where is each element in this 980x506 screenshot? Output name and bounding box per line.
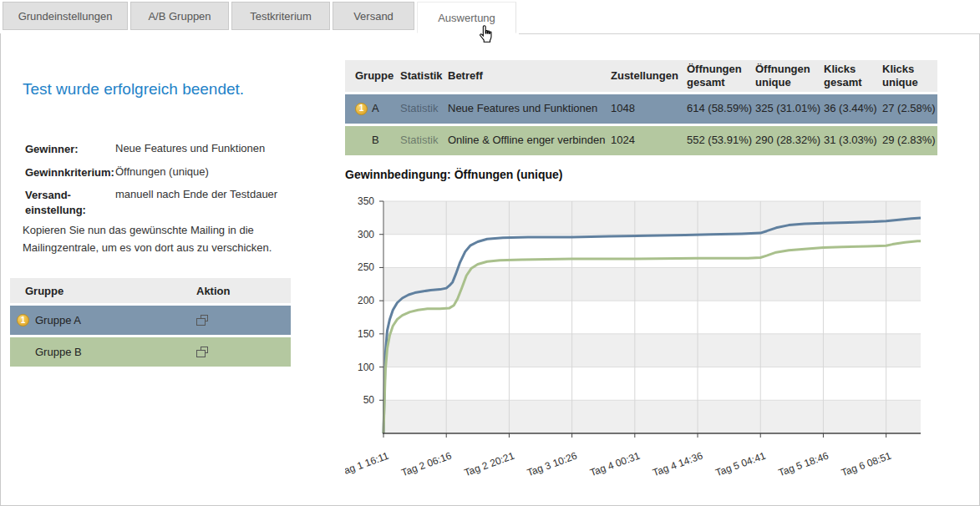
tab-label: Testkriterium: [250, 10, 312, 23]
row-b-zustellungen: 1024: [601, 134, 683, 147]
group-b-name: Gruppe B: [35, 346, 82, 358]
header-oeffnungen-unique: Öffnungen unique: [751, 63, 820, 90]
svg-text:Tag 4 14:36: Tag 4 14:36: [651, 450, 704, 479]
winner-medal-icon: 1: [355, 103, 368, 115]
ab-results-table: Gruppe Statistik Betreff Zustellungen Öf…: [345, 60, 937, 155]
criterion-value: Öffnungen (unique): [115, 165, 304, 180]
svg-text:Tag 1 16:11: Tag 1 16:11: [345, 450, 390, 478]
svg-text:150: 150: [358, 328, 374, 340]
copy-icon[interactable]: [196, 315, 208, 326]
criterion-field: Gewinnkriterium: Öffnungen (unique): [25, 165, 304, 180]
dispatch-value: manuell nach Ende der Testdauer: [115, 188, 304, 218]
results-row-b[interactable]: B Statistik Online & Offline enger verbi…: [345, 126, 937, 155]
row-a-klicks-unique: 27 (2.58%): [878, 102, 937, 115]
row-b-klicks-unique: 29 (2.83%): [878, 134, 937, 147]
header-gruppe: Gruppe: [345, 69, 388, 83]
tab-ab-gruppen[interactable]: A/B Gruppen: [130, 2, 229, 30]
header-betreff: Betreff: [437, 69, 601, 83]
winner-value: Neue Features und Funktionen: [115, 142, 304, 157]
row-b-gruppe-cell: B: [345, 134, 388, 147]
header-statistik: Statistik: [388, 69, 437, 83]
row-a-statistik-link[interactable]: Statistik: [388, 102, 437, 115]
group-b-row[interactable]: Gruppe B: [10, 337, 291, 367]
row-a-oeffnungen-gesamt: 614 (58.59%): [683, 102, 751, 115]
tab-label: Grundeinstellungen: [18, 10, 113, 23]
winner-criterion-chart: 50100150200250300350Tag 1 16:11Tag 2 06:…: [345, 195, 937, 487]
row-b-statistik-link[interactable]: Statistik: [388, 134, 437, 147]
row-b-oeffnungen-unique: 290 (28.32%): [751, 134, 820, 147]
results-row-a[interactable]: 1 A Statistik Neue Features und Funktion…: [345, 94, 937, 124]
tab-label: Versand: [353, 10, 394, 23]
tab-label: Auswertung: [438, 12, 495, 24]
svg-text:Tag 4 00:31: Tag 4 00:31: [588, 450, 642, 479]
row-b-betreff: Online & Offline enger verbinden: [437, 134, 601, 147]
test-status-heading: Test wurde erfolgreich beendet.: [23, 80, 244, 99]
tab-testkriterium[interactable]: Testkriterium: [231, 2, 330, 30]
row-b-group-letter: B: [372, 134, 379, 147]
tab-grundeinstellungen[interactable]: Grundeinstellungen: [3, 2, 128, 30]
svg-text:300: 300: [358, 229, 374, 240]
group-a-name: Gruppe A: [35, 314, 81, 326]
copy-instruction-note: Kopieren Sie nun das gewünschte Mailing …: [23, 222, 300, 257]
header-zustellungen: Zustellungen: [601, 69, 683, 83]
winner-field: Gewinner: Neue Features und Funktionen: [25, 142, 304, 157]
groups-table-header: Gruppe Aktion: [10, 278, 291, 303]
group-a-action-cell: [196, 315, 291, 326]
dispatch-field: Versand-einstellung: manuell nach Ende d…: [25, 188, 304, 218]
groups-action-table: Gruppe Aktion 1 Gruppe A Gruppe B: [10, 278, 291, 367]
svg-text:Tag 5 04:41: Tag 5 04:41: [714, 450, 768, 479]
group-a-row[interactable]: 1 Gruppe A: [10, 306, 291, 335]
chart-title: Gewinnbedingung: Öffnungen (unique): [345, 168, 563, 181]
dispatch-label: Versand-einstellung:: [25, 188, 115, 218]
winner-label: Gewinner:: [25, 142, 115, 157]
svg-text:Tag 6 08:51: Tag 6 08:51: [840, 450, 893, 479]
row-a-betreff: Neue Features und Funktionen: [437, 102, 601, 115]
row-a-gruppe-cell: 1 A: [345, 102, 388, 115]
svg-text:350: 350: [358, 195, 374, 207]
criterion-label: Gewinnkriterium:: [25, 165, 115, 180]
winner-medal-icon: 1: [17, 314, 29, 326]
group-b-name-cell: Gruppe B: [10, 346, 196, 358]
row-b-klicks-gesamt: 31 (3.03%): [820, 134, 878, 147]
svg-text:100: 100: [358, 362, 374, 373]
row-a-klicks-gesamt: 36 (3.44%): [820, 102, 878, 115]
row-b-oeffnungen-gesamt: 552 (53.91%): [683, 134, 751, 147]
winner-criterion-chart-svg: 50100150200250300350Tag 1 16:11Tag 2 06:…: [345, 195, 937, 483]
svg-text:50: 50: [363, 394, 375, 406]
header-klicks-gesamt: Klicks gesamt: [820, 63, 878, 90]
tab-bar: Grundeinstellungen A/B Gruppen Testkrite…: [0, 0, 980, 34]
row-a-oeffnungen-unique: 325 (31.01%): [751, 102, 820, 115]
header-klicks-unique: Klicks unique: [878, 63, 937, 90]
group-a-name-cell: 1 Gruppe A: [10, 314, 196, 326]
tab-versand[interactable]: Versand: [333, 2, 414, 30]
groups-header-gruppe: Gruppe: [10, 285, 196, 297]
tab-label: A/B Gruppen: [148, 10, 211, 23]
groups-header-aktion: Aktion: [196, 285, 291, 297]
svg-text:250: 250: [358, 261, 374, 273]
tab-bar-filler: [519, 0, 980, 34]
winner-medal-slot: 1: [17, 314, 35, 326]
row-a-zustellungen: 1048: [601, 102, 683, 115]
svg-text:Tag 2 20:21: Tag 2 20:21: [463, 450, 516, 479]
svg-text:Tag 2 06:16: Tag 2 06:16: [400, 450, 454, 479]
row-a-group-letter: A: [372, 102, 379, 115]
svg-text:Tag 5 18:46: Tag 5 18:46: [777, 450, 830, 479]
svg-text:200: 200: [358, 295, 374, 306]
svg-text:Tag 3 10:26: Tag 3 10:26: [526, 450, 579, 479]
results-header-row: Gruppe Statistik Betreff Zustellungen Öf…: [345, 60, 937, 92]
group-b-action-cell: [196, 347, 291, 357]
tab-auswertung[interactable]: Auswertung: [417, 2, 516, 33]
header-oeffnungen-gesamt: Öffnungen gesamt: [683, 63, 751, 90]
copy-icon[interactable]: [196, 347, 208, 357]
